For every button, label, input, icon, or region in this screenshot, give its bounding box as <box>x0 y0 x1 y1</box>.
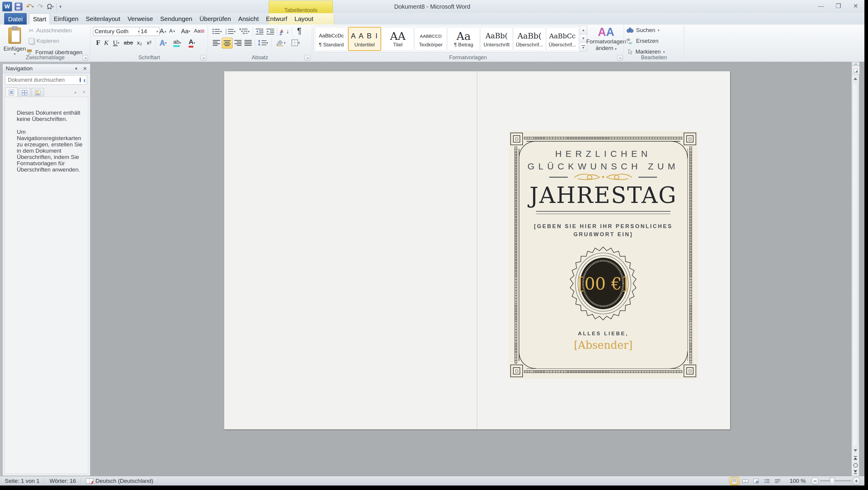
style-ueberschrift-2[interactable]: AaBbCc Überschrif... <box>546 27 579 51</box>
line-spacing-button[interactable]: ▾ <box>256 38 270 47</box>
tab-ueberpruefen[interactable]: Überprüfen <box>196 13 235 25</box>
style-ueberschrift-1[interactable]: AaBb( Überschrif... <box>513 27 546 51</box>
page-count-indicator[interactable]: Seite: 1 von 1 <box>0 476 44 486</box>
tab-browse-results[interactable] <box>31 88 44 97</box>
search-input[interactable] <box>5 77 80 83</box>
tab-browse-pages[interactable] <box>18 88 31 97</box>
numbering-button[interactable]: 123▾ <box>224 28 237 35</box>
outline-view-button[interactable] <box>762 477 772 485</box>
card-title[interactable]: JAHRESTAG <box>508 182 698 208</box>
fullscreen-reading-view-button[interactable] <box>741 477 750 485</box>
restore-button[interactable]: ❐ <box>834 2 843 9</box>
find-button[interactable]: Suchen▾ <box>626 27 659 33</box>
shading-button[interactable]: ▾ <box>274 38 288 47</box>
web-layout-view-button[interactable] <box>751 477 761 485</box>
tab-sendungen[interactable]: Sendungen <box>157 13 196 25</box>
paragraph-dialog-launcher[interactable]: ↘ <box>305 55 310 60</box>
tab-entwurf[interactable]: Entwurf <box>262 13 291 25</box>
replace-button[interactable]: abac Ersetzen <box>626 38 658 44</box>
browse-object-button[interactable] <box>852 66 860 74</box>
superscript-button[interactable]: x² <box>145 38 154 47</box>
card-closing[interactable]: ALLES LIEBE, <box>508 331 698 337</box>
font-dialog-launcher[interactable]: ↘ <box>200 55 206 60</box>
select-browse-object-button[interactable] <box>852 462 859 468</box>
select-button[interactable]: Markieren▾ <box>626 49 665 55</box>
styles-dialog-launcher[interactable]: ↘ <box>617 55 623 60</box>
print-layout-view-button[interactable] <box>730 477 739 485</box>
tab-einfuegen[interactable]: Einfügen <box>50 13 82 25</box>
word-count-indicator[interactable]: Wörter: 16 <box>44 476 81 486</box>
amount-seal[interactable]: [00 €] <box>569 246 637 320</box>
text-effects-button[interactable]: A▾ <box>157 38 169 47</box>
font-color-button[interactable]: A▾ <box>185 38 198 47</box>
strikethrough-button[interactable]: abe <box>122 38 134 47</box>
highlight-button[interactable]: ab▾ <box>170 38 184 47</box>
card-greeting-placeholder[interactable]: [GEBEN SIE HIER IHR PERSONLICHES GRUßWOR… <box>508 222 698 239</box>
italic-button[interactable]: K <box>103 38 110 47</box>
zoom-slider-thumb[interactable] <box>830 478 835 485</box>
language-indicator[interactable]: Deutsch (Deutschland) <box>81 476 158 486</box>
card-heading[interactable]: HERZLICHEN GLÜCKWUNSCH ZUM <box>508 148 698 173</box>
tab-seitenlayout[interactable]: Seitenlayout <box>82 13 124 25</box>
vertical-scrollbar[interactable] <box>851 62 859 476</box>
borders-button[interactable]: ▾ <box>289 38 303 47</box>
clear-formatting-button[interactable]: Aa <box>194 27 205 35</box>
change-styles-button[interactable]: AA Formatvorlagen ändern ▾ <box>590 26 622 59</box>
amount-placeholder[interactable]: [00 €] <box>569 246 637 320</box>
scrollbar-thumb[interactable] <box>853 83 859 446</box>
cut-button[interactable]: ✂ Ausschneiden <box>29 27 72 34</box>
font-name-combo[interactable]: Century Goth▾ <box>93 27 141 36</box>
style-unterschrift[interactable]: AaBb( Unterschrift <box>480 27 513 51</box>
pane-close-icon[interactable]: ✕ <box>83 66 87 72</box>
pane-options-icon[interactable]: ▼ <box>74 66 78 71</box>
style-titel[interactable]: AA Titel <box>382 27 414 51</box>
gallery-scroll-up-button[interactable]: ▲ <box>580 26 587 34</box>
shrink-font-button[interactable]: A▼ <box>168 27 177 35</box>
search-icon[interactable] <box>80 77 81 83</box>
tab-ansicht[interactable]: Ansicht <box>235 13 262 25</box>
align-left-button[interactable] <box>212 38 221 47</box>
zoom-in-button[interactable]: + <box>852 477 860 485</box>
style-textkoerper[interactable]: AABBCCD Textkörper <box>414 27 447 51</box>
scroll-down-button[interactable] <box>852 447 859 454</box>
tab-verweise[interactable]: Verweise <box>124 13 157 25</box>
align-right-button[interactable] <box>233 38 243 47</box>
bullets-button[interactable]: ▾ <box>211 28 223 35</box>
split-handle[interactable] <box>852 63 860 66</box>
card-sender-placeholder[interactable]: [Absender] <box>508 339 698 351</box>
bold-button[interactable]: F <box>94 38 102 47</box>
gift-card[interactable]: HERZLICHEN GLÜCKWUNSCH ZUM JAHRESTAG [GE… <box>508 131 698 379</box>
increase-indent-button[interactable] <box>266 28 275 35</box>
zoom-slider[interactable] <box>820 478 851 485</box>
align-center-button[interactable] <box>222 38 232 49</box>
underline-button[interactable]: U▾ <box>111 38 122 47</box>
change-case-button[interactable]: Aa▾ <box>179 27 192 35</box>
subscript-button[interactable]: x₂ <box>135 38 144 47</box>
previous-page-button[interactable] <box>852 455 859 461</box>
navigation-search-box[interactable]: ▾ <box>5 75 87 85</box>
copy-button[interactable]: Kopieren <box>29 38 59 44</box>
justify-button[interactable] <box>243 38 253 47</box>
tab-datei[interactable]: Datei <box>4 13 27 25</box>
document-page[interactable]: HERZLICHEN GLÜCKWUNSCH ZUM JAHRESTAG [GE… <box>224 71 730 430</box>
minimize-button[interactable]: — <box>816 3 826 9</box>
style-untertitel[interactable]: A A B I Untertitel <box>348 27 381 51</box>
tab-start[interactable]: Start <box>29 13 50 25</box>
next-page-button[interactable] <box>852 469 859 475</box>
zoom-level-label[interactable]: 100 % <box>789 478 806 484</box>
grow-font-button[interactable]: A▲ <box>158 27 168 35</box>
show-paragraph-marks-button[interactable]: ¶ <box>294 26 304 36</box>
sort-button[interactable]: A Z ↓ <box>279 26 290 36</box>
tab-layout[interactable]: Layout <box>291 13 317 25</box>
tab-browse-headings[interactable] <box>5 87 18 97</box>
draft-view-button[interactable] <box>773 477 782 485</box>
clipboard-dialog-launcher[interactable]: ↘ <box>83 55 88 60</box>
zoom-out-button[interactable]: − <box>811 477 819 485</box>
font-size-combo[interactable]: 14▾ <box>139 27 159 36</box>
close-button[interactable]: ✕ <box>851 2 860 9</box>
style-standard[interactable]: AaBbCcDc ¶ Standard <box>315 27 347 51</box>
previous-heading-icon[interactable]: ▲ <box>73 90 77 94</box>
next-heading-icon[interactable]: ▼ <box>82 90 86 94</box>
scroll-up-button[interactable] <box>852 75 859 82</box>
style-betrag[interactable]: Aa ¶ Betrag <box>447 27 480 51</box>
